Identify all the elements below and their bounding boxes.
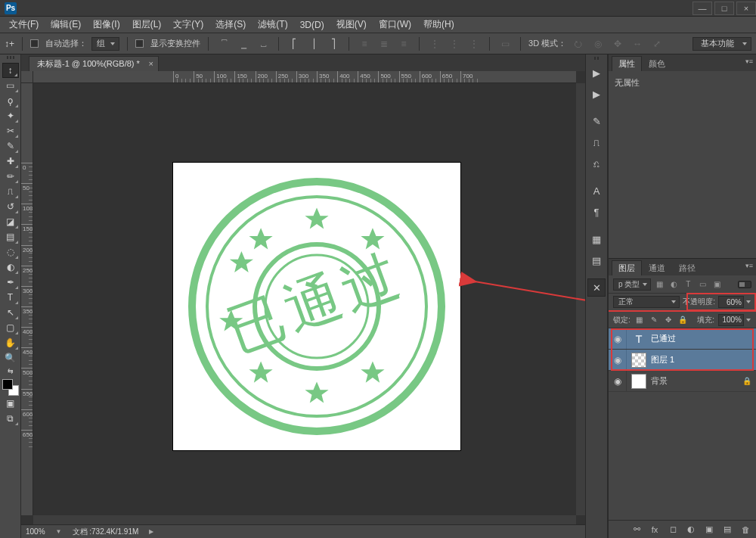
menu-window[interactable]: 窗口(W) — [373, 18, 417, 31]
menu-help[interactable]: 帮助(H) — [417, 18, 460, 31]
layer-row[interactable]: ◉ 背景 🔒 — [609, 371, 756, 392]
move-tool[interactable]: ↕ — [2, 63, 19, 78]
filter-pixel-icon[interactable]: ▦ — [653, 278, 665, 291]
tab-layers[interactable]: 图层 — [612, 260, 642, 275]
3d-slide-icon[interactable]: ↔ — [630, 37, 645, 51]
distribute-vcenter-icon[interactable]: ≣ — [376, 37, 392, 51]
brushpresets-panel-icon[interactable]: ⎍ — [587, 133, 606, 151]
ruler-origin[interactable] — [21, 71, 33, 83]
blur-tool[interactable]: ◌ — [2, 244, 19, 260]
lock-position-icon[interactable]: ✥ — [663, 315, 674, 325]
marquee-tool[interactable]: ▭ — [2, 78, 19, 93]
distribute-bottom-icon[interactable]: ≡ — [396, 37, 411, 51]
eraser-tool[interactable]: ◪ — [2, 214, 19, 229]
brush-panel-icon[interactable]: ✎ — [587, 112, 606, 130]
dodge-tool[interactable]: ◐ — [2, 260, 19, 275]
properties-panel-menu-icon[interactable]: ▾≡ — [745, 58, 753, 65]
filter-adjust-icon[interactable]: ◐ — [668, 278, 680, 291]
align-bottom-icon[interactable]: ⎵ — [256, 37, 271, 51]
swap-colors[interactable]: ⇆ — [2, 365, 19, 376]
show-transform-checkbox[interactable] — [135, 39, 144, 48]
link-layers-icon[interactable]: ⚯ — [631, 524, 643, 536]
gradient-tool[interactable]: ▤ — [2, 229, 19, 244]
layer-name[interactable]: 背景 — [651, 375, 742, 387]
lock-all-icon[interactable]: 🔒 — [677, 315, 688, 325]
zoom-level[interactable]: 100% — [26, 527, 45, 536]
layer-name[interactable]: 已通过 — [651, 333, 751, 344]
layer-mask-icon[interactable]: ◻ — [667, 524, 679, 536]
menu-view[interactable]: 视图(V) — [330, 18, 373, 31]
layer-row[interactable]: ◉ 图层 1 — [609, 350, 756, 371]
actions-panel-icon[interactable]: ▶ — [587, 85, 606, 103]
canvas[interactable]: 已通过 — [33, 83, 576, 515]
ruler-vertical[interactable]: 050100150200250300350400450500550600650 — [21, 83, 33, 515]
layer-fx-icon[interactable]: fx — [649, 524, 661, 536]
tab-properties[interactable]: 属性 — [612, 56, 642, 71]
ruler-horizontal[interactable]: 0501001502002503003504004505005506006507… — [33, 71, 576, 83]
menu-file[interactable]: 文件(F) — [3, 18, 45, 31]
paragraph-panel-icon[interactable]: ¶ — [587, 203, 606, 221]
3d-orbit-icon[interactable]: ⭮ — [571, 37, 586, 51]
tab-paths[interactable]: 路径 — [672, 260, 702, 275]
layers-panel-menu-icon[interactable]: ▾≡ — [745, 262, 753, 269]
align-left-icon[interactable]: ⎡ — [287, 37, 302, 51]
character-panel-icon[interactable]: A — [587, 182, 606, 200]
filter-toggle[interactable] — [738, 281, 751, 288]
blend-mode-dropdown[interactable]: 正常 — [613, 296, 680, 308]
lock-transparent-icon[interactable]: ▦ — [634, 315, 645, 325]
adjustment-layer-icon[interactable]: ◐ — [685, 524, 697, 536]
screenmode-toggle[interactable]: ⧉ — [2, 411, 19, 426]
type-tool[interactable]: T — [2, 290, 19, 305]
distribute-hcenter-icon[interactable]: ⋮ — [447, 37, 462, 51]
document-tab[interactable]: 未标题-1 @ 100%(RGB/8) * × — [29, 56, 159, 71]
lock-image-icon[interactable]: ✎ — [649, 315, 659, 325]
visibility-toggle[interactable]: ◉ — [609, 371, 627, 391]
distribute-right-icon[interactable]: ⋮ — [466, 37, 482, 51]
menu-3d[interactable]: 3D(D) — [294, 20, 330, 30]
maximize-button[interactable]: □ — [714, 2, 734, 15]
panel-strip-grip[interactable] — [590, 57, 603, 61]
doc-info[interactable]: 文档 :732.4K/1.91M — [73, 527, 139, 537]
history-panel-icon[interactable]: ▶ — [587, 64, 606, 82]
auto-select-dropdown[interactable]: 组 — [91, 37, 119, 51]
filter-shape-icon[interactable]: ▭ — [696, 278, 708, 291]
menu-type[interactable]: 文字(Y) — [167, 18, 209, 31]
magic-wand-tool[interactable]: ✦ — [2, 108, 19, 123]
menu-layer[interactable]: 图层(L) — [126, 18, 168, 31]
brush-tool[interactable]: ✏ — [2, 169, 19, 184]
clone-panel-icon[interactable]: ⎌ — [587, 154, 606, 173]
history-brush-tool[interactable]: ↺ — [2, 199, 19, 214]
align-hcenter-icon[interactable]: ⎪ — [306, 37, 321, 51]
layer-row[interactable]: ◉ T 已通过 — [609, 328, 756, 350]
3d-pan-icon[interactable]: ✥ — [610, 37, 625, 51]
fill-input[interactable]: 100% — [718, 314, 744, 326]
zoom-tool[interactable]: 🔍 — [2, 350, 19, 365]
zoom-chevron-icon[interactable]: ▼ — [56, 528, 62, 535]
scrollbar-vertical[interactable] — [576, 83, 585, 515]
scrollbar-horizontal[interactable] — [33, 515, 576, 524]
filter-smart-icon[interactable]: ▣ — [711, 278, 723, 291]
clone-stamp-tool[interactable]: ⎍ — [2, 184, 19, 199]
visibility-toggle[interactable]: ◉ — [609, 328, 627, 349]
distribute-left-icon[interactable]: ⋮ — [427, 37, 442, 51]
opacity-input[interactable]: 60% — [718, 296, 744, 308]
tab-channels[interactable]: 通道 — [642, 260, 672, 275]
align-top-icon[interactable]: ⎴ — [216, 37, 231, 51]
layer-name[interactable]: 图层 1 — [651, 354, 751, 365]
align-vcenter-icon[interactable]: ⎯ — [236, 37, 251, 51]
close-button[interactable]: × — [736, 2, 756, 15]
docinfo-chevron-icon[interactable]: ▶ — [149, 528, 153, 535]
histogram-panel-icon[interactable]: ▤ — [587, 251, 606, 269]
document-tab-close-icon[interactable]: × — [148, 59, 153, 68]
quickmask-toggle[interactable]: ▣ — [2, 396, 19, 411]
healing-brush-tool[interactable]: ✚ — [2, 154, 19, 169]
tool-presets-panel-icon[interactable]: ✕ — [587, 278, 606, 297]
tab-color[interactable]: 颜色 — [642, 56, 672, 71]
auto-align-icon[interactable]: ▭ — [497, 37, 513, 51]
path-select-tool[interactable]: ↖ — [2, 305, 19, 320]
fg-swatch[interactable] — [2, 379, 13, 390]
minimize-button[interactable]: — — [692, 2, 712, 15]
shape-tool[interactable]: ▢ — [2, 320, 19, 335]
3d-roll-icon[interactable]: ◎ — [590, 37, 606, 51]
new-layer-icon[interactable]: ▤ — [721, 524, 733, 536]
